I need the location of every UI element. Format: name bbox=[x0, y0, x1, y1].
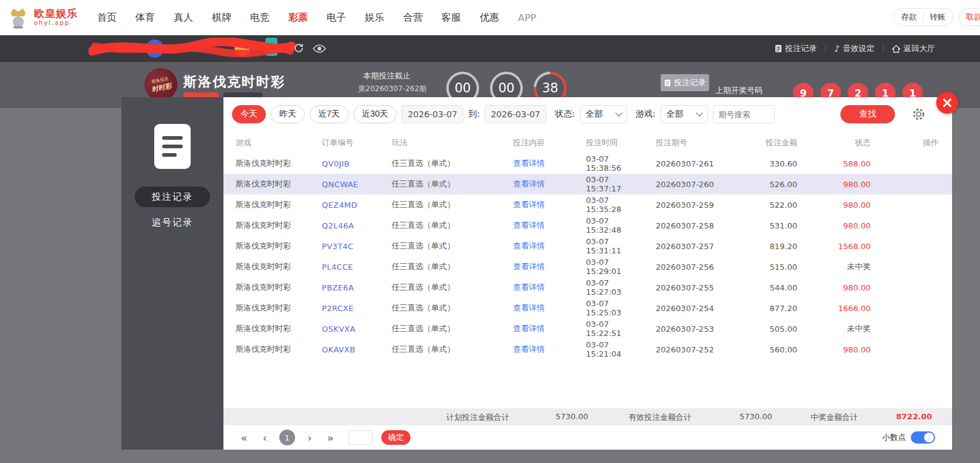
cell-bet-time: 03-07 15:37:17 bbox=[576, 175, 645, 193]
cell-period: 20260307-256 bbox=[645, 262, 755, 272]
nav-item[interactable]: 客服 bbox=[441, 12, 461, 24]
cell-order-id[interactable]: QNCWAE bbox=[311, 180, 381, 189]
date-to-input[interactable] bbox=[485, 105, 546, 123]
refresh-icon[interactable] bbox=[293, 43, 304, 53]
cell-amount: 819.20 bbox=[755, 242, 797, 251]
valid-total-value: 5730.00 bbox=[740, 412, 772, 421]
cell-play-type: 任三直选（单式） bbox=[381, 282, 503, 293]
deadline-label: 本期投注截止 bbox=[363, 70, 410, 81]
table-row: 斯洛伐克时时彩 P2RCXE 任三直选（单式） 查看详情 03-07 15:25… bbox=[223, 298, 952, 318]
view-details-link[interactable]: 查看详情 bbox=[503, 199, 576, 210]
column-header: 投注时间 bbox=[576, 137, 645, 148]
cell-order-id[interactable]: P2RCXE bbox=[311, 304, 381, 313]
cell-game: 斯洛伐克时时彩 bbox=[223, 179, 311, 190]
view-details-link[interactable]: 查看详情 bbox=[503, 344, 576, 355]
quick-date-chip[interactable]: 近30天 bbox=[353, 105, 397, 123]
view-details-link[interactable]: 查看详情 bbox=[503, 261, 576, 272]
cell-game: 斯洛伐克时时彩 bbox=[223, 158, 311, 169]
bet-records-link[interactable]: 投注记录 bbox=[775, 43, 817, 54]
cell-play-type: 任三直选（单式） bbox=[381, 158, 503, 169]
view-details-link[interactable]: 查看详情 bbox=[503, 323, 576, 334]
cell-status: 1568.00 bbox=[797, 242, 871, 251]
withdraw-button[interactable]: 取款 bbox=[966, 12, 980, 22]
decimal-label: 小数点 bbox=[882, 432, 906, 443]
redaction-scribble bbox=[89, 38, 295, 60]
cell-order-id[interactable]: OSKVXA bbox=[311, 324, 381, 334]
cell-period: 20260307-254 bbox=[645, 304, 755, 313]
last-page-button[interactable]: » bbox=[324, 431, 336, 444]
cell-order-id[interactable]: OKAVXB bbox=[311, 345, 381, 354]
cell-game: 斯洛伐克时时彩 bbox=[223, 199, 311, 210]
nav-item[interactable]: 首页 bbox=[97, 12, 117, 24]
nav-item[interactable]: 体育 bbox=[135, 12, 155, 24]
cell-order-id[interactable]: Q2L46A bbox=[311, 221, 381, 230]
cell-amount: 505.00 bbox=[755, 324, 797, 334]
bet-record-button[interactable]: 投注记录 bbox=[661, 74, 709, 91]
decimal-toggle[interactable] bbox=[911, 431, 935, 444]
nav-item[interactable]: 娱乐 bbox=[365, 12, 384, 24]
status-select[interactable]: 全部 bbox=[580, 105, 627, 123]
first-page-button[interactable]: « bbox=[238, 431, 250, 444]
cell-order-id[interactable]: QEZ4MD bbox=[311, 201, 381, 210]
modal-sidebar: 投注记录 追号记录 bbox=[121, 97, 223, 450]
current-page-badge[interactable]: 1 bbox=[279, 430, 295, 445]
cell-game: 斯洛伐克时时彩 bbox=[223, 303, 311, 314]
cell-order-id[interactable]: PL4CCE bbox=[311, 262, 381, 272]
bet-records-modal: 投注记录 追号记录 今天 昨天 近7天 近30天 bbox=[121, 97, 952, 450]
chevron-down-icon bbox=[615, 109, 622, 116]
search-button[interactable]: 查找 bbox=[840, 105, 895, 123]
nav-item[interactable]: 真人 bbox=[174, 12, 193, 24]
confirm-page-button[interactable]: 确定 bbox=[381, 430, 410, 445]
next-page-button[interactable]: › bbox=[304, 431, 316, 444]
column-header: 状态 bbox=[797, 137, 871, 148]
quick-date-chip[interactable]: 今天 bbox=[232, 105, 266, 123]
cell-period: 20260307-255 bbox=[645, 283, 755, 292]
nav-item[interactable]: 合营 bbox=[403, 12, 423, 24]
cell-bet-time: 03-07 15:29:01 bbox=[576, 258, 645, 276]
deposit-button[interactable]: 存款 bbox=[901, 12, 917, 22]
nav-item[interactable]: 彩票 bbox=[288, 12, 308, 24]
view-details-link[interactable]: 查看详情 bbox=[503, 282, 576, 293]
modal-main: 今天 昨天 近7天 近30天 到: 状态: 全部 bbox=[223, 97, 952, 450]
pagination-bar: « ‹ 1 › » 确定 小数点 bbox=[223, 425, 952, 450]
cell-bet-time: 03-07 15:27:03 bbox=[576, 278, 645, 297]
nav-item[interactable]: 电子 bbox=[327, 12, 346, 24]
period-search-input[interactable] bbox=[713, 105, 775, 123]
cell-amount: 560.00 bbox=[755, 345, 797, 354]
view-details-link[interactable]: 查看详情 bbox=[503, 303, 576, 314]
view-details-link[interactable]: 查看详情 bbox=[503, 158, 576, 169]
sidebar-item[interactable]: 投注记录 bbox=[135, 187, 210, 207]
quick-date-chip[interactable]: 昨天 bbox=[271, 105, 305, 123]
decimal-toggle-group: 小数点 bbox=[882, 431, 935, 444]
view-details-link[interactable]: 查看详情 bbox=[503, 220, 576, 231]
game-select[interactable]: 全部 bbox=[661, 105, 708, 123]
view-details-link[interactable]: 查看详情 bbox=[503, 179, 576, 190]
table-row: 斯洛伐克时时彩 QEZ4MD 任三直选（单式） 查看详情 03-07 15:35… bbox=[223, 194, 952, 215]
prev-page-button[interactable]: ‹ bbox=[259, 431, 271, 444]
view-details-link[interactable]: 查看详情 bbox=[503, 241, 576, 252]
status-label: 状态: bbox=[555, 109, 575, 120]
cell-order-id[interactable]: PV3T4C bbox=[311, 242, 381, 251]
summary-bar: 计划投注金额合计 5730.00 有效投注金额合计 5730.00 中奖金额合计… bbox=[223, 408, 952, 425]
table-row: 斯洛伐克时时彩 Q2L46A 任三直选（单式） 查看详情 03-07 15:32… bbox=[223, 215, 952, 236]
quick-date-chip[interactable]: 近7天 bbox=[310, 105, 349, 123]
cell-order-id[interactable]: QV0JIB bbox=[311, 159, 381, 168]
return-lobby-link[interactable]: 返回大厅 bbox=[892, 43, 935, 54]
date-from-input[interactable] bbox=[401, 105, 463, 123]
sidebar-item[interactable]: 追号记录 bbox=[135, 212, 210, 233]
nav-item[interactable]: 电竞 bbox=[250, 12, 270, 24]
logo-subtitle: ohyl.app bbox=[34, 19, 78, 27]
close-button[interactable]: × bbox=[936, 92, 958, 114]
nav-item[interactable]: 棋牌 bbox=[212, 12, 231, 24]
gear-icon[interactable] bbox=[912, 108, 925, 121]
eye-icon[interactable] bbox=[312, 44, 327, 53]
transfer-button[interactable]: 转账 bbox=[930, 12, 945, 22]
nav-item[interactable]: 优惠 bbox=[480, 12, 499, 24]
logo[interactable]: 欧皇娱乐 ohyl.app bbox=[6, 4, 78, 30]
sound-settings-link[interactable]: ♪ 音效设定 bbox=[834, 43, 874, 54]
page-number-input[interactable] bbox=[349, 430, 373, 445]
cell-amount: 522.00 bbox=[755, 201, 797, 210]
cell-order-id[interactable]: PBZE6A bbox=[311, 283, 381, 292]
nav-item[interactable]: APP bbox=[518, 12, 536, 24]
cell-play-type: 任三直选（单式） bbox=[381, 303, 503, 314]
